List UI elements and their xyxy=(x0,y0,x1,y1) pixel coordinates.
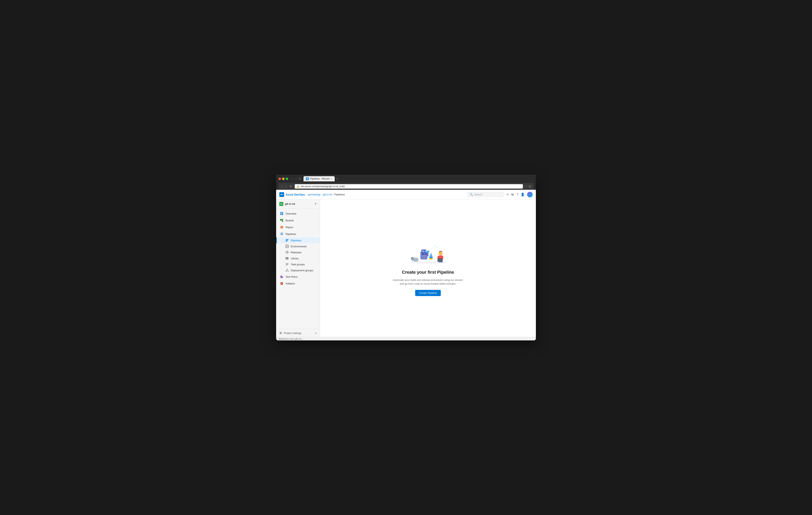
back-button[interactable]: ‹ xyxy=(291,177,294,181)
traffic-lights xyxy=(279,178,288,180)
tab-favicon xyxy=(306,177,309,180)
new-tab-button[interactable]: + xyxy=(335,176,339,181)
breadcrumb-project[interactable]: git-ci-cd xyxy=(323,193,332,196)
svg-point-20 xyxy=(288,271,289,271)
bookmark-icon[interactable]: ☆ xyxy=(524,185,527,188)
svg-point-31 xyxy=(425,250,427,252)
user-icon[interactable]: 👤 xyxy=(521,192,525,196)
browser-back-btn[interactable]: ‹ xyxy=(281,184,284,188)
tab-close-button[interactable]: ✕ xyxy=(331,178,332,180)
sidebar-item-pipelines[interactable]: Pipelines xyxy=(276,237,320,243)
svg-rect-17 xyxy=(288,257,288,260)
close-traffic-light[interactable] xyxy=(279,178,281,180)
content-area: Create your first Pipeline Automate your… xyxy=(320,200,536,337)
settings-icon xyxy=(279,332,282,334)
sidebar-releases-label: Releases xyxy=(291,251,301,254)
main-content: G git-ci-cd + xyxy=(276,200,536,337)
svg-rect-21 xyxy=(281,282,283,285)
app-layout: Azure DevOps jamstackgr / git-ci-cd / Pi… xyxy=(276,190,536,340)
create-pipeline-button[interactable]: Create Pipeline xyxy=(415,290,441,296)
task-groups-icon xyxy=(286,263,289,266)
sidebar-test-plans-label: Test Plans xyxy=(286,275,297,278)
azure-devops-logo[interactable]: Azure DevOps xyxy=(279,192,305,197)
status-bar: Waiting for mem.gfx.ms... xyxy=(276,337,536,340)
empty-state: Create your first Pipeline Automate your… xyxy=(384,233,472,304)
svg-point-27 xyxy=(412,258,412,258)
sidebar-item-artifacts[interactable]: Artifacts xyxy=(276,280,320,287)
svg-rect-33 xyxy=(425,253,427,255)
sidebar-item-boards[interactable]: Boards xyxy=(276,217,320,224)
sidebar-nav: Overview Boards xyxy=(276,209,320,329)
forward-button[interactable]: › xyxy=(295,177,297,181)
sidebar-library-label: Library xyxy=(291,257,299,260)
sidebar-item-overview[interactable]: Overview xyxy=(276,210,320,217)
sidebar-repos-label: Repos xyxy=(286,226,293,229)
user-avatar[interactable] xyxy=(527,192,533,198)
logo-text: Azure DevOps xyxy=(286,193,305,196)
sidebar-pipelines-parent-label: Pipelines xyxy=(286,233,296,236)
svg-point-0 xyxy=(307,178,308,180)
browser-reload-btn[interactable]: ↻ xyxy=(289,184,293,188)
add-project-button[interactable]: + xyxy=(315,202,317,206)
breadcrumb-org[interactable]: jamstackgr xyxy=(308,193,321,196)
sidebar-item-library[interactable]: Library xyxy=(276,255,320,261)
address-bar-icons: ☆ ⊞ xyxy=(524,185,531,188)
svg-point-26 xyxy=(411,257,414,260)
releases-icon xyxy=(286,251,289,254)
svg-rect-45 xyxy=(438,259,442,261)
pipeline-illustration xyxy=(408,241,448,265)
sidebar-item-pipelines-parent[interactable]: Pipelines xyxy=(276,231,320,237)
help-icon[interactable]: ? xyxy=(517,193,518,196)
sidebar-item-environments[interactable]: Environments xyxy=(276,243,320,249)
svg-point-49 xyxy=(432,248,432,249)
svg-point-47 xyxy=(434,245,436,247)
svg-rect-32 xyxy=(422,253,424,255)
maximize-traffic-light[interactable] xyxy=(286,178,288,180)
sidebar-item-task-groups[interactable]: Task groups xyxy=(276,261,320,267)
svg-rect-15 xyxy=(286,257,286,260)
sidebar-environments-label: Environments xyxy=(291,245,307,248)
sidebar-deployment-groups-label: Deployment groups xyxy=(291,269,313,272)
svg-point-37 xyxy=(429,258,433,260)
boards-icon xyxy=(280,218,284,222)
search-box[interactable]: 🔍 Search xyxy=(467,192,503,197)
repos-icon xyxy=(280,225,284,229)
url-bar[interactable]: 🔒 dev.azure.com/jamstackgr/git-ci-cd/_bu… xyxy=(295,184,523,189)
search-icon: 🔍 xyxy=(470,193,473,196)
azure-devops-logo-icon xyxy=(279,192,284,197)
sidebar-item-releases[interactable]: Releases xyxy=(276,249,320,255)
status-text: Waiting for mem.gfx.ms... xyxy=(279,338,303,340)
svg-rect-16 xyxy=(287,257,287,260)
active-tab[interactable]: Pipelines - Recent ✕ xyxy=(303,176,335,181)
svg-rect-6 xyxy=(280,219,282,221)
sidebar-task-groups-label: Task groups xyxy=(291,263,305,266)
overview-icon xyxy=(280,212,284,215)
shopping-bag-icon[interactable]: 🛍 xyxy=(511,193,514,196)
breadcrumb: jamstackgr / git-ci-cd / Pipelines xyxy=(308,193,345,196)
browser-window: ‹ › ↻ Pipelines - Recent ✕ + ‹ › ↻ 🔒 xyxy=(276,175,536,340)
minimize-traffic-light[interactable] xyxy=(282,178,285,180)
svg-rect-7 xyxy=(282,219,283,220)
extensions-icon[interactable]: ⊞ xyxy=(529,185,531,188)
sidebar-artifacts-label: Artifacts xyxy=(286,282,295,285)
sidebar-item-repos[interactable]: Repos xyxy=(276,224,320,231)
svg-rect-5 xyxy=(282,214,283,215)
collapse-sidebar-button[interactable]: « xyxy=(315,331,317,335)
project-settings-link[interactable]: Project settings xyxy=(279,332,301,335)
tabs-bar: Pipelines - Recent ✕ + xyxy=(303,176,533,181)
url-text: dev.azure.com/jamstackgr/git-ci-cd/_buil… xyxy=(301,185,345,188)
browser-forward-btn[interactable]: › xyxy=(285,184,288,188)
artifacts-icon xyxy=(280,282,284,285)
empty-state-description: Automate your build and release processe… xyxy=(392,278,464,286)
test-plans-icon xyxy=(280,275,284,278)
browser-nav-buttons: ‹ › ↻ xyxy=(291,177,302,181)
sidebar-item-deployment-groups[interactable]: Deployment groups xyxy=(276,267,320,273)
svg-point-30 xyxy=(423,250,424,252)
sidebar-item-test-plans[interactable]: Test Plans xyxy=(276,273,320,280)
list-icon[interactable]: ≡ xyxy=(507,193,509,196)
project-settings-label: Project settings xyxy=(284,332,301,335)
svg-rect-2 xyxy=(280,212,282,213)
address-bar: ‹ › ↻ 🔒 dev.azure.com/jamstackgr/git-ci-… xyxy=(279,183,533,190)
top-nav: Azure DevOps jamstackgr / git-ci-cd / Pi… xyxy=(276,190,536,200)
reload-button[interactable]: ↻ xyxy=(298,177,302,181)
